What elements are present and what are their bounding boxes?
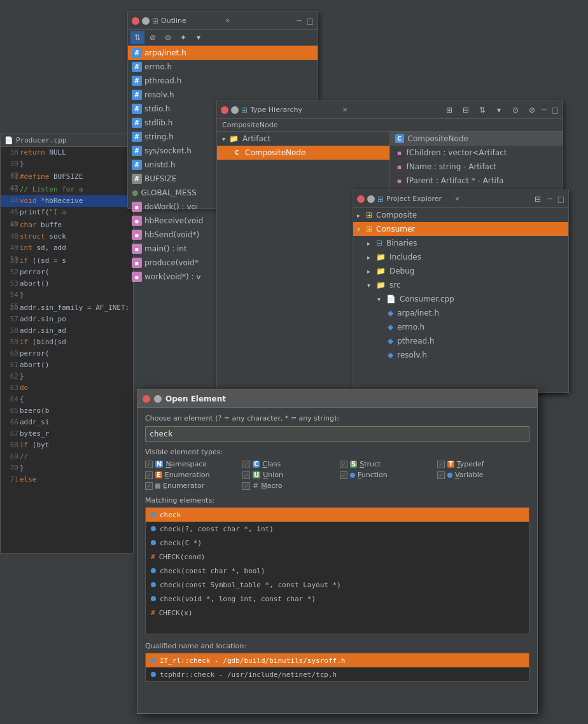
chevron-right-icon: ▸ bbox=[367, 240, 374, 247]
open-element-close-btn[interactable] bbox=[143, 395, 150, 403]
breadcrumb-text: CompositeNode bbox=[222, 121, 277, 129]
project-binaries[interactable]: ▸ ⊟ Binaries bbox=[353, 236, 568, 250]
checkbox-function-box[interactable]: ✓ bbox=[340, 471, 347, 479]
th-tree-artifact[interactable]: ▾ 📁 Artifact bbox=[217, 132, 389, 146]
type-hierarchy-close-x[interactable]: ✕ bbox=[342, 106, 347, 113]
type-hierarchy-minimize[interactable]: ─ bbox=[542, 106, 546, 115]
project-composite-label: Composite bbox=[376, 211, 417, 219]
checkbox-typedef-box[interactable]: ✓ bbox=[437, 461, 445, 468]
project-consumer[interactable]: ▾ ⊞ Consumer bbox=[353, 222, 568, 236]
struct-type-icon: S bbox=[350, 461, 357, 468]
code-line-69: 69 // bbox=[1, 451, 133, 463]
match-item-check5[interactable]: check(const Symbol_table *, const Layout… bbox=[146, 578, 529, 592]
outline-item-label: GLOBAL_MESS bbox=[141, 188, 196, 197]
match-item-check-macro2[interactable]: # CHECK(x) bbox=[146, 606, 529, 620]
matching-elements-label: Matching elements: bbox=[145, 496, 529, 505]
code-line-66: 66 addr_si bbox=[1, 417, 133, 428]
match-item-check-macro1[interactable]: # CHECK(cond) bbox=[146, 550, 529, 564]
project-explorer-maximize[interactable]: □ bbox=[557, 195, 564, 204]
checkbox-macro-box[interactable]: ✓ bbox=[242, 482, 250, 490]
outline-close-x[interactable]: ✕ bbox=[225, 17, 230, 24]
dialog-resizer bbox=[145, 634, 529, 637]
func-icon: ▪ bbox=[132, 272, 142, 282]
outline-item-label: stdlib.h bbox=[144, 118, 172, 127]
th-detail-fchildren[interactable]: ▪ fChildren : vector<Artifact bbox=[390, 146, 563, 160]
outline-min-btn[interactable] bbox=[142, 17, 150, 25]
project-src[interactable]: ▾ 📁 src bbox=[353, 278, 568, 292]
outline-item-label: main() : int bbox=[144, 244, 187, 253]
type-hierarchy-toolbar-btn4[interactable]: ▾ bbox=[492, 104, 506, 116]
checkbox-enumeration-box[interactable]: ✓ bbox=[145, 471, 153, 479]
checkbox-class-box[interactable]: ✓ bbox=[242, 461, 250, 468]
type-hierarchy-toolbar-btn3[interactable]: ⇅ bbox=[475, 104, 489, 116]
checkbox-union-box[interactable]: ✓ bbox=[242, 471, 250, 479]
project-pthread[interactable]: ◆ pthread.h bbox=[353, 334, 568, 348]
outline-item-arpa[interactable]: # arpa/inet.h bbox=[128, 46, 318, 60]
outline-item-errno[interactable]: # errno.h bbox=[128, 60, 318, 74]
qualified-name-label: Qualified name and location: bbox=[145, 642, 529, 650]
outline-item-pthread[interactable]: # pthread.h bbox=[128, 74, 318, 88]
project-explorer-close-x[interactable]: ✕ bbox=[455, 195, 460, 202]
match-list[interactable]: check check(?, const char *, int) check(… bbox=[145, 507, 529, 634]
match-item-check4[interactable]: check(const char *, bool) bbox=[146, 564, 529, 578]
project-debug[interactable]: ▸ 📁 Debug bbox=[353, 264, 568, 278]
project-explorer-min-btn[interactable] bbox=[367, 195, 375, 203]
outline-more-btn[interactable]: ▾ bbox=[192, 31, 206, 44]
type-hierarchy-toolbar-btn1[interactable]: ⊞ bbox=[442, 104, 456, 116]
type-hierarchy-toolbar-btn5[interactable]: ⊙ bbox=[508, 104, 522, 116]
chevron-down-icon: ▾ bbox=[357, 226, 363, 233]
checkbox-namespace-box[interactable]: ✓ bbox=[145, 461, 153, 468]
outline-item-resolv[interactable]: # resolv.h bbox=[128, 88, 318, 102]
project-arpa-inet-label: arpa/inet.h bbox=[397, 309, 439, 317]
open-element-input[interactable] bbox=[145, 426, 529, 442]
qualified-item-it-rl[interactable]: IT_rl::check - /gdb/build/binutils/sysro… bbox=[146, 653, 529, 667]
th-tree-compositenode[interactable]: C CompositeNode bbox=[217, 146, 389, 160]
match-dot-icon bbox=[151, 512, 156, 517]
project-consumer-cpp[interactable]: ▾ 📄 Consumer.cpp bbox=[353, 292, 568, 306]
match-item-check-macro2-label: CHECK(x) bbox=[159, 609, 193, 617]
type-hierarchy-toolbar-btn2[interactable]: ⊟ bbox=[459, 104, 473, 116]
outline-sort-btn[interactable]: ⇅ bbox=[130, 31, 144, 44]
checkbox-typedef-label: Typedef bbox=[457, 460, 484, 468]
define-icon: # bbox=[132, 174, 142, 184]
chevron-down-icon: ▾ bbox=[377, 296, 384, 303]
outline-minimize[interactable]: ─ bbox=[297, 17, 301, 25]
outline-filter-btn[interactable]: ⊘ bbox=[146, 31, 160, 44]
project-resolv[interactable]: ◆ resolv.h bbox=[353, 348, 568, 362]
project-explorer-minimize[interactable]: ─ bbox=[547, 195, 552, 204]
th-detail-fparent[interactable]: ▪ fParent : Artifact * - Artifa bbox=[390, 174, 563, 188]
match-item-check2[interactable]: check(?, const char *, int) bbox=[146, 522, 529, 536]
type-hierarchy-toolbar-btn6[interactable]: ⊘ bbox=[525, 104, 539, 116]
code-editor-titlebar: 📄 Producer.cpp bbox=[1, 134, 133, 147]
open-element-dialog: Open Element Choose an element (? = any … bbox=[137, 389, 538, 714]
checkbox-enumerator-box[interactable]: ✓ bbox=[145, 482, 153, 490]
outline-maximize[interactable]: □ bbox=[307, 17, 314, 25]
open-element-min-btn[interactable] bbox=[154, 395, 162, 403]
code-line-43: 43// Listen for a bbox=[1, 184, 133, 195]
project-includes[interactable]: ▸ 📁 Open Element Includes bbox=[353, 250, 568, 264]
project-composite[interactable]: ▸ ⊞ Composite bbox=[353, 208, 568, 222]
qualified-item-tcphdr[interactable]: tcphdr::check - /usr/include/netinet/tcp… bbox=[146, 667, 529, 681]
project-explorer-toolbar-btn[interactable]: ⊟ bbox=[531, 193, 545, 205]
match-item-check[interactable]: check bbox=[146, 508, 529, 522]
code-editor: 📄 Producer.cpp 38 return NULL 39} 40 41#… bbox=[0, 134, 134, 553]
chevron-right-icon: ▸ bbox=[357, 212, 363, 219]
th-tree-compositenode-label: CompositeNode bbox=[245, 148, 305, 157]
type-hierarchy-maximize[interactable]: □ bbox=[552, 106, 559, 115]
type-hierarchy-close-btn[interactable] bbox=[221, 106, 228, 114]
checkbox-enumeration-label: Enumeration bbox=[165, 471, 210, 479]
outline-hide-btn[interactable]: ⊝ bbox=[161, 31, 175, 44]
match-item-check6[interactable]: check(void *, long int, const char *) bbox=[146, 592, 529, 606]
outline-star-btn[interactable]: ✦ bbox=[176, 31, 190, 44]
th-detail-fname[interactable]: ▪ fName : string - Artifact bbox=[390, 160, 563, 174]
project-arpa-inet[interactable]: ◆ arpa/inet.h bbox=[353, 306, 568, 320]
type-hierarchy-min-btn[interactable] bbox=[231, 106, 239, 114]
project-explorer-close-btn[interactable] bbox=[357, 195, 365, 203]
checkbox-struct-box[interactable]: ✓ bbox=[340, 461, 347, 468]
checkbox-variable-box[interactable]: ✓ bbox=[437, 471, 445, 479]
match-item-check3[interactable]: check(C *) bbox=[146, 536, 529, 550]
outline-close-btn[interactable] bbox=[132, 17, 139, 25]
project-errno[interactable]: ◆ errno.h bbox=[353, 320, 568, 334]
qualified-item-tcphdr-label: tcphdr::check - /usr/include/netinet/tcp… bbox=[160, 671, 337, 679]
outline-item-label: pthread.h bbox=[144, 76, 181, 85]
